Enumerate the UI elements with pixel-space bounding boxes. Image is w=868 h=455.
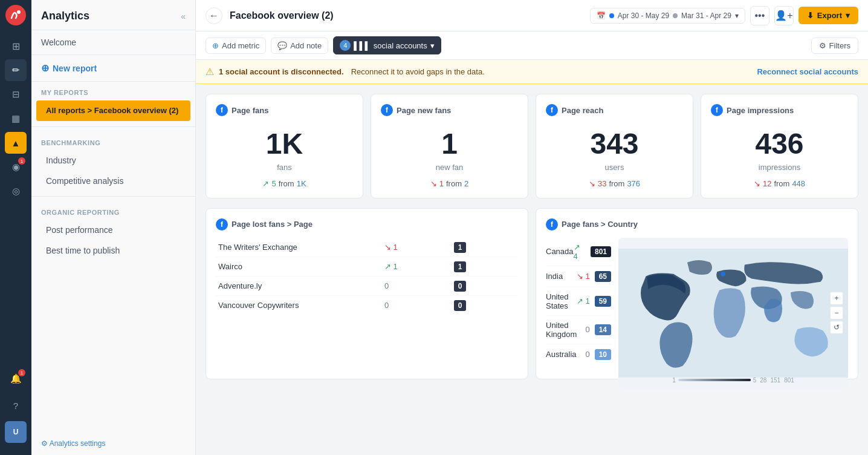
country-change: ↗ 1 (577, 296, 590, 306)
lost-fans-row-name: The Writers' Exchange (216, 238, 382, 257)
facebook-icon-new-fans: f (381, 104, 393, 116)
lost-fans-row-change: ↘ 1 (382, 238, 452, 257)
topbar-actions: 📅 Apr 30 - May 29 Mar 31 - Apr 29 ▾ ••• … (590, 6, 858, 25)
world-map-svg (618, 238, 848, 388)
sidebar-divider-1 (31, 126, 195, 127)
country-row: United Kingdom 0 14 (546, 316, 611, 344)
zoom-in-button[interactable]: + (830, 292, 843, 305)
change-from-impressions: 448 (792, 179, 805, 188)
facebook-icon-country: f (546, 218, 558, 231)
alert-main-text: 1 social account is disconnected. (219, 67, 344, 76)
add-metric-button[interactable]: ⊕ Add metric (206, 38, 266, 54)
page-impressions-card: f Page impressions 436 impressions ↘ 12 … (701, 94, 858, 198)
analytics-icon[interactable]: ▲ (5, 132, 27, 154)
listen-icon[interactable]: ◎ (5, 180, 27, 202)
calendar-icon[interactable]: ▦ (5, 108, 27, 129)
lost-fans-row-change: 0 (382, 295, 452, 315)
lost-fans-row-value: 1 (452, 257, 518, 276)
user-avatar[interactable]: U (5, 421, 27, 443)
country-change: 0 (585, 350, 589, 359)
scale-label-3: 28 (760, 377, 766, 384)
country-name: United Kingdom (546, 321, 585, 339)
scale-label-4: 151 (770, 377, 780, 384)
scale-label-1: 1 (672, 377, 676, 384)
change-val-fans: 5 (271, 179, 276, 188)
change-val-reach: 33 (598, 179, 606, 188)
map-section: Canada ↗ 4 801 India ↘ 1 65 United State… (546, 238, 848, 388)
card-header-reach: f Page reach (546, 104, 683, 116)
sidebar-collapse-btn[interactable]: « (181, 11, 186, 21)
lost-fans-row-change: ↗ 1 (382, 257, 452, 276)
date-range-1-badge[interactable]: 📅 Apr 30 - May 29 Mar 31 - Apr 29 ▾ (590, 8, 745, 24)
country-name: Canada (546, 247, 574, 256)
lost-fans-card: f Page lost fans > Page The Writers' Exc… (206, 208, 528, 379)
back-button[interactable]: ← (206, 7, 222, 24)
fans-country-card: f Page fans > Country Canada ↗ 4 801 Ind… (536, 208, 858, 379)
notif-badge: 1 (18, 369, 25, 376)
from-label-new-fans: from (446, 179, 462, 188)
analytics-settings-link[interactable]: ⚙ Analytics settings (31, 432, 195, 455)
down-arrow-icon-impressions: ↘ (754, 179, 760, 188)
scale-label-5: 801 (784, 377, 794, 384)
card-change-reach: ↘ 33 from 376 (546, 179, 683, 188)
country-row: United States ↗ 1 59 (546, 287, 611, 316)
facebook-icon-impressions: f (711, 104, 723, 116)
table-row: Vancouver Copywriters 0 0 (216, 295, 518, 315)
compose-icon[interactable]: ✏ (5, 59, 27, 81)
card-unit-fans: fans (216, 163, 353, 172)
filter-icon: ⚙ (819, 41, 826, 50)
toolbar: ⊕ Add metric 💬 Add note 4 ▌▌▌ social acc… (196, 31, 868, 60)
country-change: ↘ 1 (577, 272, 590, 281)
zoom-out-button[interactable]: − (830, 306, 843, 319)
download-icon: ⬇ (807, 11, 814, 20)
from-label-impressions: from (774, 179, 789, 188)
add-user-button[interactable]: 👤+ (774, 6, 794, 25)
home-icon[interactable]: ⊞ (5, 35, 27, 57)
country-name: United States (546, 292, 577, 310)
export-chevron-icon: ▾ (846, 11, 850, 20)
sidebar-item-all-reports[interactable]: All reports > Facebook overview (2) (36, 100, 190, 121)
country-change: 0 (585, 325, 589, 334)
lost-fans-row-value: 0 (452, 295, 518, 315)
bar-chart-icon: ▌▌▌ (354, 41, 371, 50)
new-report-btn[interactable]: ⊕ New report (31, 55, 195, 82)
dashboard-icon[interactable]: ⊟ (5, 83, 27, 105)
social-accounts-button[interactable]: 4 ▌▌▌ social accounts ▾ (333, 36, 441, 54)
notifications-icon[interactable]: 🔔 1 (5, 368, 27, 390)
lost-fans-row-value: 0 (452, 276, 518, 295)
country-name: India (546, 272, 577, 281)
page-new-fans-card: f Page new fans 1 new fan ↘ 1 from 2 (371, 94, 528, 198)
card-value-fans: 1K (216, 128, 353, 160)
card-header-impressions: f Page impressions (711, 104, 848, 116)
social-accounts-label: social accounts (374, 41, 427, 50)
card-unit-impressions: impressions (711, 163, 848, 172)
dot-compare (673, 13, 678, 18)
sidebar-item-post-perf[interactable]: Post performance (36, 220, 190, 240)
help-icon[interactable]: ? (5, 394, 27, 416)
more-options-button[interactable]: ••• (750, 6, 769, 25)
card-change-fans: ↗ 5 from 1K (216, 179, 353, 188)
reconnect-link[interactable]: Reconnect social accounts (757, 67, 858, 76)
country-list: Canada ↗ 4 801 India ↘ 1 65 United State… (546, 238, 611, 388)
facebook-icon-lost-fans: f (216, 218, 228, 231)
sidebar-divider-2 (31, 196, 195, 197)
page-reach-card: f Page reach 343 users ↘ 33 from 376 (536, 94, 693, 198)
main-panel: ← Facebook overview (2) 📅 Apr 30 - May 2… (196, 0, 868, 455)
sidebar-item-industry[interactable]: Industry (36, 151, 190, 170)
warning-icon: ⚠ (206, 66, 214, 77)
lost-fans-row-name: Adventure.ly (216, 276, 382, 295)
add-note-button[interactable]: 💬 Add note (271, 38, 328, 54)
from-label-reach: from (609, 179, 624, 188)
reset-map-button[interactable]: ↺ (830, 321, 843, 334)
add-metric-label: Add metric (222, 41, 259, 50)
sidebar-item-best-time[interactable]: Best time to publish (36, 241, 190, 260)
export-button[interactable]: ⬇ Export ▾ (798, 7, 858, 24)
export-label: Export (817, 11, 842, 20)
scale-label-2: 5 (753, 377, 757, 384)
sidebar-item-welcome[interactable]: Welcome (31, 30, 195, 55)
sidebar-item-competitive[interactable]: Competitive analysis (36, 171, 190, 191)
social-chevron-icon: ▾ (430, 41, 435, 50)
inbox-icon[interactable]: ◉ 1 (5, 156, 27, 178)
filters-button[interactable]: ⚙ Filters (811, 38, 858, 54)
lost-fans-row-name: Wairco (216, 257, 382, 276)
